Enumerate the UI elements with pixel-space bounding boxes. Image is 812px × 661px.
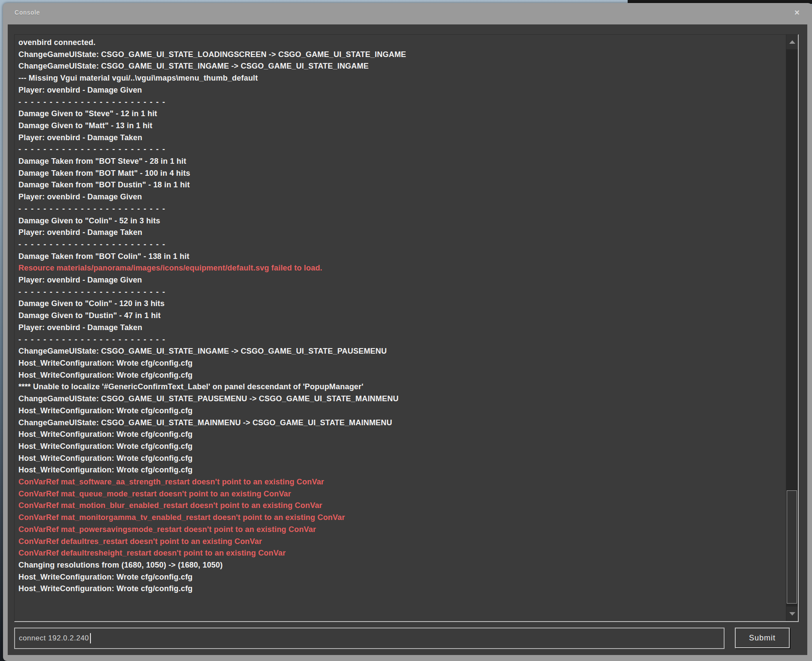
console-line-separator: ------------------------ bbox=[18, 144, 781, 156]
scroll-up-icon bbox=[789, 40, 795, 44]
console-line-separator: ------------------------ bbox=[18, 203, 781, 215]
console-line-separator: ------------------------ bbox=[18, 96, 781, 108]
console-line: ChangeGameUIState: CSGO_GAME_UI_STATE_MA… bbox=[18, 417, 781, 429]
console-window: Console ✕ ovenbird connected.ChangeGameU… bbox=[3, 3, 812, 661]
command-input-value: connect 192.0.2.240 bbox=[19, 634, 89, 643]
console-line: Host_WriteConfiguration: Wrote cfg/confi… bbox=[18, 358, 781, 370]
console-line-separator: ------------------------ bbox=[18, 286, 781, 298]
console-line: Host_WriteConfiguration: Wrote cfg/confi… bbox=[18, 429, 781, 441]
console-line: ChangeGameUIState: CSGO_GAME_UI_STATE_PA… bbox=[18, 393, 781, 405]
console-line-error: ConVarRef defaultresheight_restart doesn… bbox=[18, 547, 781, 559]
console-line: Player: ovenbird - Damage Taken bbox=[18, 227, 781, 239]
console-line: Damage Given to "Matt" - 13 in 1 hit bbox=[18, 120, 781, 132]
console-line: Host_WriteConfiguration: Wrote cfg/confi… bbox=[18, 453, 781, 465]
console-output: ovenbird connected.ChangeGameUIState: CS… bbox=[14, 34, 799, 622]
console-line: Damage Taken from "BOT Colin" - 138 in 1… bbox=[18, 251, 781, 263]
console-line-separator: ------------------------ bbox=[18, 239, 781, 251]
console-line-error: ConVarRef defaultres_restart doesn't poi… bbox=[18, 536, 781, 548]
console-line: Host_WriteConfiguration: Wrote cfg/confi… bbox=[18, 370, 781, 382]
console-line: Damage Taken from "BOT Dustin" - 18 in 1… bbox=[18, 179, 781, 191]
submit-button[interactable]: Submit bbox=[735, 628, 790, 648]
close-icon[interactable]: ✕ bbox=[791, 7, 803, 18]
console-line-error: ConVarRef mat_software_aa_strength_resta… bbox=[18, 476, 781, 488]
console-line: Player: ovenbird - Damage Given bbox=[18, 274, 781, 286]
console-line: Damage Given to "Steve" - 12 in 1 hit bbox=[18, 108, 781, 120]
console-line: --- Missing Vgui material vgui/..\vgui\m… bbox=[18, 72, 781, 84]
console-line: ChangeGameUIState: CSGO_GAME_UI_STATE_LO… bbox=[18, 49, 781, 61]
submit-button-label: Submit bbox=[749, 634, 776, 643]
console-line: Host_WriteConfiguration: Wrote cfg/confi… bbox=[18, 441, 781, 453]
console-line-separator: ------------------------ bbox=[18, 334, 781, 346]
text-cursor bbox=[90, 633, 91, 643]
console-line-error: ConVarRef mat_queue_mode_restart doesn't… bbox=[18, 488, 781, 500]
console-line: Host_WriteConfiguration: Wrote cfg/confi… bbox=[18, 405, 781, 417]
titlebar[interactable]: Console ✕ bbox=[3, 3, 812, 24]
scrollbar-thumb[interactable] bbox=[787, 490, 797, 604]
console-line: ovenbird connected. bbox=[18, 37, 781, 49]
console-line-error: Resource materials/panorama/images/icons… bbox=[18, 262, 781, 274]
console-line: ChangeGameUIState: CSGO_GAME_UI_STATE_IN… bbox=[18, 60, 781, 72]
console-line: Damage Given to "Colin" - 120 in 3 hits bbox=[18, 298, 781, 310]
console-line: **** Unable to localize '#GenericConfirm… bbox=[18, 381, 781, 393]
console-line: Damage Given to "Dustin" - 47 in 1 hit bbox=[18, 310, 781, 322]
console-line: Player: ovenbird - Damage Taken bbox=[18, 132, 781, 144]
console-output-lines: ovenbird connected.ChangeGameUIState: CS… bbox=[18, 37, 781, 619]
window-title: Console bbox=[15, 9, 40, 16]
console-line: Damage Given to "Colin" - 52 in 3 hits bbox=[18, 215, 781, 227]
console-line: Changing resolutions from (1680, 1050) -… bbox=[18, 559, 781, 571]
scroll-up-button[interactable] bbox=[786, 35, 798, 49]
console-line: Host_WriteConfiguration: Wrote cfg/confi… bbox=[18, 583, 781, 595]
console-line: Player: ovenbird - Damage Given bbox=[18, 84, 781, 96]
scrollbar[interactable] bbox=[786, 35, 798, 621]
console-line: Damage Taken from "BOT Matt" - 100 in 4 … bbox=[18, 168, 781, 180]
console-line: Host_WriteConfiguration: Wrote cfg/confi… bbox=[18, 464, 781, 476]
console-line-error: ConVarRef mat_powersavingsmode_restart d… bbox=[18, 524, 781, 536]
console-line: Damage Taken from "BOT Steve" - 28 in 1 … bbox=[18, 156, 781, 168]
console-line-error: ConVarRef mat_monitorgamma_tv_enabled_re… bbox=[18, 512, 781, 524]
scroll-down-icon bbox=[789, 612, 795, 616]
console-line: Player: ovenbird - Damage Taken bbox=[18, 322, 781, 334]
console-line: Player: ovenbird - Damage Given bbox=[18, 191, 781, 203]
console-line-error: ConVarRef mat_motion_blur_enabled_restar… bbox=[18, 500, 781, 512]
command-input[interactable]: connect 192.0.2.240 bbox=[14, 628, 725, 649]
console-panel: ovenbird connected.ChangeGameUIState: CS… bbox=[8, 24, 807, 655]
scroll-down-button[interactable] bbox=[786, 607, 798, 621]
console-line: ChangeGameUIState: CSGO_GAME_UI_STATE_IN… bbox=[18, 346, 781, 358]
console-line: Host_WriteConfiguration: Wrote cfg/confi… bbox=[18, 571, 781, 583]
